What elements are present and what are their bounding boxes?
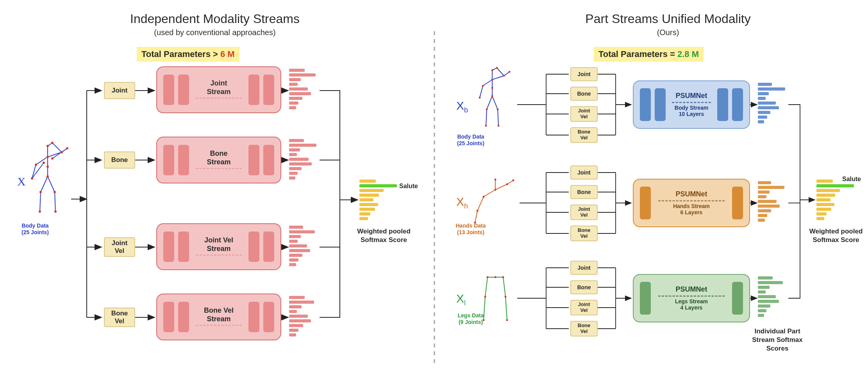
right-subtitle: (Ours) — [531, 28, 805, 37]
left-stream-bone: Bone Stream — [156, 137, 281, 183]
svg-point-32 — [479, 97, 481, 99]
left-subtitle: (used by conventional approaches) — [78, 28, 352, 37]
svg-point-11 — [51, 157, 54, 160]
svg-point-3 — [46, 156, 49, 158]
svg-point-6 — [35, 164, 37, 166]
svg-point-44 — [506, 183, 508, 185]
svg-point-9 — [61, 151, 63, 153]
svg-point-33 — [503, 75, 505, 77]
right-params: Total Parameters = 2.8 M — [594, 47, 704, 62]
right-hands-label: Hands Data (13 Joints) — [453, 222, 488, 236]
left-stream-joint: Joint Stream — [156, 66, 281, 113]
right-legs-jvel: Joint Vel — [570, 300, 598, 315]
svg-point-4 — [46, 166, 49, 168]
right-params-label: Total Parameters = — [598, 49, 677, 59]
svg-point-1 — [46, 145, 49, 147]
left-bars-4 — [289, 296, 314, 336]
left-skeleton-label: Body Data (25 Joints) — [16, 222, 55, 236]
svg-point-5 — [46, 175, 49, 178]
svg-point-39 — [495, 179, 497, 181]
left-bars-2 — [289, 139, 316, 180]
svg-point-29 — [491, 87, 493, 89]
right-hands-jvel: Joint Vel — [570, 205, 598, 220]
svg-point-28 — [491, 79, 493, 81]
svg-point-49 — [484, 296, 486, 298]
svg-point-38 — [498, 125, 500, 127]
svg-point-15 — [54, 210, 57, 213]
right-legs-bvel: Bone Vel — [570, 321, 598, 336]
svg-point-12 — [39, 191, 42, 193]
svg-point-48 — [502, 276, 504, 278]
svg-point-26 — [491, 69, 493, 71]
svg-point-40 — [495, 189, 497, 191]
svg-point-52 — [506, 319, 508, 321]
right-part-output-label: Individual Part Stream Softmax Scores — [746, 327, 809, 353]
right-hands-bars — [758, 181, 784, 222]
svg-point-30 — [491, 95, 493, 97]
right-params-value: 2.8 M — [677, 49, 699, 59]
left-skeleton-icon — [24, 141, 71, 219]
left-params: Total Parameters > 6 M — [137, 47, 239, 62]
left-mod-jvel: Joint Vel — [104, 237, 135, 257]
right-legs-sym: Xl — [456, 292, 466, 307]
right-stream-legs: PSUMNet Legs Stream 4 Layers — [633, 274, 750, 322]
svg-point-27 — [496, 67, 498, 69]
right-hands-bvel: Bone Vel — [570, 226, 598, 241]
right-hands-skeleton-icon — [472, 172, 519, 230]
right-body-jvel: Joint Vel — [570, 106, 598, 122]
right-body-bars — [758, 83, 785, 123]
right-body-sym: Xb — [456, 99, 468, 114]
svg-point-47 — [495, 276, 497, 278]
right-legs-bone: Bone — [570, 280, 598, 294]
left-mod-bone: Bone — [104, 151, 135, 169]
svg-point-7 — [31, 177, 33, 180]
right-body-skeleton-icon — [472, 66, 515, 133]
svg-point-36 — [485, 125, 487, 127]
right-hands-bone: Bone — [570, 185, 598, 199]
diagram-canvas: Independent Modality Streams (used by co… — [0, 0, 868, 372]
left-stream-jvel: Joint Vel Stream — [156, 223, 281, 270]
right-body-label: Body Data (25 Joints) — [453, 133, 488, 147]
svg-point-34 — [509, 71, 511, 73]
left-salute: Salute — [399, 183, 418, 190]
svg-point-41 — [483, 196, 485, 198]
left-params-label: Total Parameters > — [141, 49, 220, 59]
right-body-bone: Bone — [570, 87, 598, 101]
right-pooled-bars — [816, 180, 854, 220]
left-mod-bvel: Bone Vel — [104, 308, 135, 327]
right-body-bvel: Bone Vel — [570, 127, 598, 143]
right-legs-label: Legs Data (9 Joints) — [453, 312, 488, 326]
right-hands-joint: Joint — [570, 166, 598, 180]
svg-point-2 — [51, 142, 54, 144]
svg-point-51 — [505, 296, 507, 298]
right-body-joint: Joint — [570, 67, 598, 81]
right-hands-sym: Xh — [456, 195, 468, 210]
svg-point-46 — [487, 276, 489, 278]
svg-point-13 — [39, 210, 41, 213]
svg-point-37 — [497, 109, 499, 110]
left-output-label: Weighted pooled Softmax Score — [352, 227, 416, 244]
left-stream-bvel: Bone Vel Stream — [156, 294, 281, 340]
left-pooled-bars — [359, 180, 397, 220]
svg-point-31 — [482, 85, 484, 87]
svg-point-35 — [486, 109, 488, 110]
svg-point-14 — [54, 191, 56, 193]
left-bars-3 — [289, 226, 315, 266]
left-bars-1 — [289, 69, 316, 109]
right-output-label: Weighted pooled Softmax Score — [805, 227, 867, 244]
right-title: Part Streams Unified Modality — [531, 12, 805, 26]
svg-point-8 — [43, 162, 45, 164]
left-title: Independent Modality Streams — [78, 12, 352, 26]
svg-point-45 — [513, 180, 514, 182]
right-stream-body: PSUMNet Body Stream 10 Layers — [633, 80, 750, 129]
right-legs-joint: Joint — [570, 261, 598, 275]
svg-point-10 — [66, 147, 68, 150]
left-params-value: 6 M — [220, 49, 235, 59]
right-salute: Salute — [842, 176, 861, 183]
left-mod-joint: Joint — [104, 82, 135, 99]
svg-point-42 — [477, 210, 479, 212]
right-stream-hands: PSUMNet Hands Stream 6 Layers — [633, 179, 750, 227]
right-legs-bars — [758, 276, 783, 317]
